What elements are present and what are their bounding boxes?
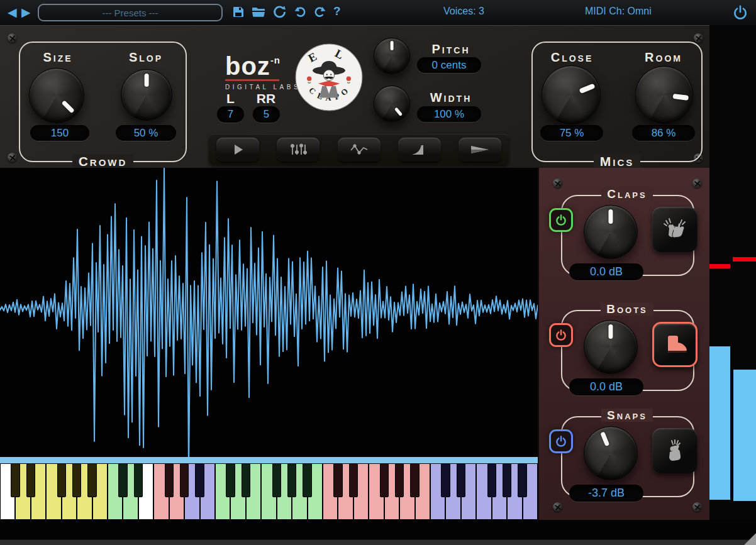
piano-key-black[interactable] [287, 463, 296, 497]
slop-knob[interactable] [121, 69, 172, 121]
piano-key-black[interactable] [349, 463, 358, 497]
piano-key-black[interactable] [395, 463, 404, 497]
piano-key-black[interactable] [180, 463, 189, 497]
refresh-icon[interactable] [272, 4, 288, 20]
piano-key-black[interactable] [134, 463, 143, 497]
claps-volume-value[interactable]: 0.0 dB [569, 263, 643, 280]
piano-key-black[interactable] [410, 463, 419, 497]
preset-prev-button[interactable]: ◀ [8, 4, 17, 21]
envelope-button[interactable] [338, 138, 381, 162]
room-knob[interactable] [635, 66, 693, 124]
resize-handle-icon[interactable] [744, 533, 756, 545]
power-icon [555, 213, 567, 227]
snaps-volume-knob[interactable] [584, 426, 638, 480]
boots-volume-knob[interactable] [584, 320, 638, 374]
pitch-label: Pitch [410, 42, 492, 57]
el-clapo-badge: E L C L A P O [295, 43, 363, 111]
size-knob[interactable] [29, 68, 84, 123]
piano-key-black[interactable] [242, 463, 250, 497]
screw-icon [8, 153, 17, 162]
el-clapo-plugin-window: ◀ ▶ --- Presets --- ? Voices: 3 MIDI Ch:… [0, 0, 756, 545]
slop-value[interactable]: 50 % [116, 125, 176, 141]
piano-key-black[interactable] [333, 463, 342, 497]
claps-power-button[interactable] [549, 208, 573, 232]
piano-keyboard[interactable] [0, 463, 538, 520]
power-icon[interactable] [732, 4, 748, 21]
mics-section-label: Mics [594, 154, 641, 168]
boot-icon [660, 330, 689, 359]
bottom-margin [0, 520, 756, 539]
crowd-section-label: Crowd [72, 154, 134, 168]
piano-key-black[interactable] [72, 463, 81, 497]
close-knob[interactable] [542, 65, 601, 124]
save-icon[interactable] [230, 4, 247, 20]
mixer-faders-icon [289, 142, 308, 157]
waveform-display[interactable] [0, 168, 538, 457]
boz-logo: boz-n DIGITAL LABS [225, 55, 301, 91]
claps-label: Claps [601, 187, 652, 201]
undo-icon[interactable] [292, 4, 308, 20]
width-knob[interactable] [374, 85, 410, 122]
width-value[interactable]: 100 % [417, 106, 481, 122]
voices-indicator[interactable]: Voices: 3 [443, 6, 484, 17]
peak-hold-marker [709, 264, 730, 268]
piano-key-black[interactable] [118, 463, 127, 497]
size-value[interactable]: 150 [30, 125, 89, 141]
slop-label: Slop [108, 50, 184, 65]
preset-selector[interactable]: --- Presets --- [38, 4, 223, 21]
midi-channel-indicator[interactable]: MIDI Ch: Omni [585, 6, 652, 17]
l-value[interactable]: 7 [217, 106, 244, 123]
snaps-volume-value[interactable]: -3.7 dB [569, 485, 643, 502]
snaps-sample-button[interactable] [652, 428, 698, 473]
power-icon [555, 328, 567, 342]
piano-key-black[interactable] [457, 463, 465, 497]
drum-channels-panel: Claps [538, 168, 709, 520]
preset-label: --- Presets --- [102, 8, 158, 18]
top-bar: ◀ ▶ --- Presets --- ? Voices: 3 MIDI Ch:… [0, 0, 756, 26]
clap-hands-icon [661, 216, 689, 243]
bottom-grip-bar [0, 539, 756, 545]
piano-key-black[interactable] [26, 463, 35, 497]
snaps-power-button[interactable] [549, 429, 573, 453]
piano-key-black[interactable] [195, 463, 204, 497]
redo-icon[interactable] [312, 4, 328, 20]
crowd-group: Size 150 Slop 50 % Crowd [19, 41, 187, 162]
piano-key-black[interactable] [226, 463, 235, 497]
piano-key-black[interactable] [57, 463, 66, 497]
pitch-knob[interactable] [374, 38, 410, 74]
room-label: Room [626, 50, 701, 65]
peak-hold-marker [733, 257, 756, 261]
play-button[interactable] [216, 138, 259, 162]
room-value[interactable]: 86 % [632, 125, 695, 141]
wide-arrow-icon [469, 142, 491, 157]
screw-icon [694, 33, 703, 43]
piano-key-black[interactable] [165, 463, 174, 497]
pitch-value[interactable]: 0 cents [417, 57, 481, 73]
piano-key-black[interactable] [11, 463, 19, 497]
edit-toolbar [209, 134, 509, 165]
rr-label: RR [252, 91, 281, 106]
close-value[interactable]: 75 % [540, 125, 603, 141]
l-label: L [217, 91, 244, 106]
piano-key-black[interactable] [503, 463, 511, 497]
fade-button[interactable] [398, 138, 441, 162]
preset-next-button[interactable]: ▶ [21, 4, 31, 21]
piano-key-black[interactable] [303, 463, 311, 497]
piano-key-black[interactable] [441, 463, 450, 497]
piano-key-black[interactable] [487, 463, 496, 497]
power-icon [555, 434, 567, 448]
claps-volume-knob[interactable] [584, 205, 638, 259]
piano-key-black[interactable] [518, 463, 526, 497]
help-button[interactable]: ? [333, 4, 341, 18]
boz-logo-subtitle: DIGITAL LABS [225, 84, 301, 91]
rr-value[interactable]: 5 [253, 106, 280, 123]
piano-key-black[interactable] [87, 463, 96, 497]
boots-sample-button[interactable] [652, 322, 698, 367]
export-button[interactable] [459, 138, 501, 162]
folder-icon[interactable] [250, 4, 267, 20]
piano-key-black[interactable] [380, 463, 389, 497]
mixer-button[interactable] [277, 138, 320, 162]
claps-sample-button[interactable] [652, 207, 698, 252]
boots-power-button[interactable] [549, 323, 573, 347]
piano-key-black[interactable] [272, 463, 281, 497]
